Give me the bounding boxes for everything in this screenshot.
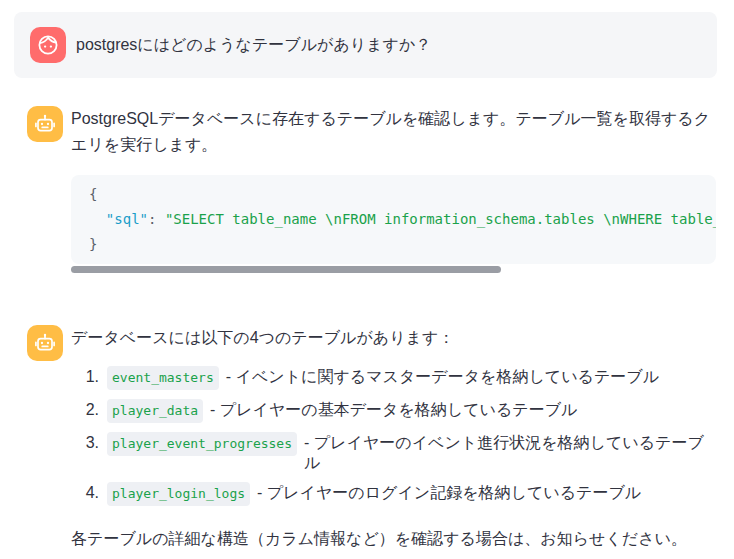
- assistant-intro-text: データベースには以下の4つのテーブルがあります：: [71, 325, 716, 351]
- robot-icon: [33, 331, 57, 355]
- face-icon: [36, 33, 60, 57]
- assistant-outro-text: 各テーブルの詳細な構造（カラム情報など）を確認する場合は、お知らせください。: [71, 526, 716, 552]
- code-block-container: { "sql": "SELECT table_name \nFROM infor…: [71, 175, 716, 273]
- table-name-code: event_masters: [107, 366, 219, 390]
- list-item: 2. player_data - プレイヤーの基本データを格納しているテーブル: [71, 399, 716, 423]
- assistant-text: PostgreSQLデータベースに存在するテーブルを確認します。テーブル一覧を取…: [71, 106, 716, 158]
- code-close-brace: }: [89, 236, 97, 252]
- user-avatar: [30, 27, 66, 63]
- table-description: - プレイヤーの基本データを格納しているテーブル: [210, 400, 577, 420]
- user-message-text: postgresにはどのようなテーブルがありますか？: [76, 33, 431, 57]
- assistant-message-1: PostgreSQLデータベースに存在するテーブルを確認します。テーブル一覧を取…: [27, 106, 716, 273]
- table-name-code: player_event_progresses: [107, 432, 297, 456]
- chat-page: postgresにはどのようなテーブルがありますか？ PostgreSQLデータ…: [0, 12, 734, 559]
- code-json-key: "sql": [106, 211, 148, 227]
- table-list: 1. event_masters - イベントに関するマスターデータを格納してい…: [71, 366, 716, 506]
- assistant-message-2: データベースには以下の4つのテーブルがあります： 1. event_master…: [27, 325, 716, 552]
- robot-icon: [33, 112, 57, 136]
- table-description: - プレイヤーのイベント進行状況を格納しているテーブル: [304, 433, 716, 473]
- table-name-code: player_data: [107, 399, 203, 423]
- list-number: 4.: [81, 483, 99, 503]
- user-message: postgresにはどのようなテーブルがありますか？: [14, 12, 717, 78]
- list-item: 4. player_login_logs - プレイヤーのログイン記録を格納して…: [71, 482, 716, 506]
- list-number: 3.: [81, 433, 99, 453]
- list-number: 2.: [81, 400, 99, 420]
- assistant-avatar: [27, 106, 63, 142]
- list-item: 1. event_masters - イベントに関するマスターデータを格納してい…: [71, 366, 716, 390]
- horizontal-scrollbar-thumb[interactable]: [71, 266, 501, 273]
- list-item: 3. player_event_progresses - プレイヤーのイベント進…: [71, 432, 716, 473]
- code-json-value: "SELECT table_name \nFROM information_sc…: [165, 211, 716, 227]
- json-code-block[interactable]: { "sql": "SELECT table_name \nFROM infor…: [71, 175, 716, 264]
- table-description: - イベントに関するマスターデータを格納しているテーブル: [226, 367, 659, 387]
- code-open-brace: {: [89, 186, 97, 202]
- code-indent: [89, 211, 106, 227]
- table-description: - プレイヤーのログイン記録を格納しているテーブル: [257, 483, 641, 503]
- list-number: 1.: [81, 367, 99, 387]
- table-name-code: player_login_logs: [107, 482, 250, 506]
- assistant-avatar: [27, 325, 63, 361]
- code-separator: :: [148, 211, 165, 227]
